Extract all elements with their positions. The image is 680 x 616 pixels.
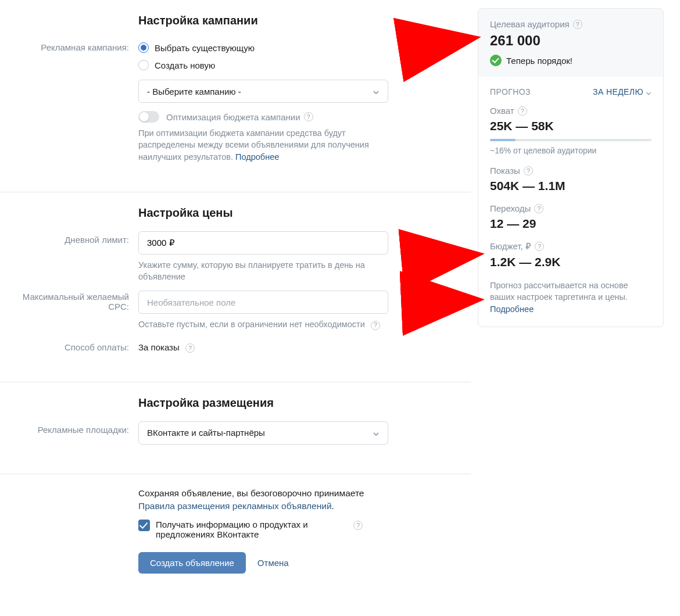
payment-method-value: За показы xyxy=(138,342,180,352)
chevron-down-icon xyxy=(646,89,652,95)
help-icon[interactable]: ? xyxy=(534,204,543,213)
reach-label: Охват xyxy=(490,106,514,116)
placement-label: Рекламные площадки: xyxy=(0,421,138,435)
chevron-down-icon xyxy=(373,429,380,436)
check-icon xyxy=(490,55,502,66)
reach-bar xyxy=(490,139,652,141)
daily-limit-label: Дневной лимит: xyxy=(0,231,138,245)
daily-limit-hint: Укажите сумму, которую вы планируете тра… xyxy=(138,259,394,283)
help-icon[interactable]: ? xyxy=(371,321,380,330)
payment-method-label: Способ оплаты: xyxy=(0,339,138,352)
help-icon[interactable]: ? xyxy=(185,343,195,353)
cpc-input[interactable] xyxy=(138,291,388,314)
radio-new-campaign[interactable]: Создать новую xyxy=(138,56,401,74)
radio-icon xyxy=(138,60,149,70)
radio-icon xyxy=(138,42,149,53)
cpc-hint: Оставьте пустым, если в ограничении нет … xyxy=(138,318,394,330)
price-heading: Настройка цены xyxy=(138,206,401,220)
forecast-heading: ПРОГНОЗ xyxy=(490,87,531,96)
impressions-label: Показы xyxy=(490,166,520,176)
audience-label: Целевая аудитория xyxy=(490,19,570,29)
select-value: ВКонтакте и сайты-партнёры xyxy=(147,428,265,438)
daily-limit-input[interactable] xyxy=(138,231,388,255)
help-icon[interactable]: ? xyxy=(353,521,363,530)
learn-more-link[interactable]: Подробнее xyxy=(235,152,279,162)
cancel-button[interactable]: Отмена xyxy=(257,558,289,568)
placement-heading: Настройка размещения xyxy=(138,396,401,410)
period-select[interactable]: ЗА НЕДЕЛЮ xyxy=(593,87,652,96)
checkbox-label: Получать информацию о продуктах и предло… xyxy=(156,520,348,539)
forecast-more-link[interactable]: Подробнее xyxy=(490,305,534,314)
subscribe-checkbox[interactable] xyxy=(138,520,150,531)
help-icon[interactable]: ? xyxy=(524,166,533,176)
clicks-value: 12 — 29 xyxy=(490,217,652,231)
audience-value: 261 000 xyxy=(490,33,652,49)
radio-label: Создать новую xyxy=(155,60,215,70)
terms-intro: Сохраняя объявление, вы безоговорочно пр… xyxy=(138,488,401,499)
clicks-label: Переходы xyxy=(490,203,531,213)
campaign-heading: Настройка кампании xyxy=(138,14,401,27)
cpc-label: Максимальный желаемый CPC: xyxy=(0,291,138,311)
radio-existing-campaign[interactable]: Выбрать существующую xyxy=(138,39,401,56)
terms-link[interactable]: Правила размещения рекламных объявлений xyxy=(138,501,332,511)
budget-value: 1.2K — 2.9K xyxy=(490,255,652,269)
help-icon[interactable]: ? xyxy=(573,20,582,29)
campaign-select[interactable]: - Выберите кампанию - xyxy=(138,80,388,103)
chevron-down-icon xyxy=(373,88,380,95)
budget-optimization-toggle[interactable] xyxy=(138,111,159,123)
forecast-note: Прогноз рассчитывается на основе ваших н… xyxy=(490,280,652,315)
reach-sub: ~16% от целевой аудитории xyxy=(490,146,652,155)
help-icon[interactable]: ? xyxy=(304,112,313,121)
campaign-label: Рекламная кампания: xyxy=(0,39,138,52)
reach-value: 25K — 58K xyxy=(490,119,652,133)
impressions-value: 504K — 1.1M xyxy=(490,179,652,193)
create-ad-button[interactable]: Создать объявление xyxy=(138,552,246,574)
toggle-hint: При оптимизации бюджета кампании средств… xyxy=(138,127,394,163)
budget-label: Бюджет, ₽ xyxy=(490,241,531,252)
toggle-label: Оптимизация бюджета кампании xyxy=(166,112,300,122)
forecast-sidebar: Целевая аудитория ? 261 000 Теперь поряд… xyxy=(478,8,664,327)
help-icon[interactable]: ? xyxy=(518,106,527,116)
placement-select[interactable]: ВКонтакте и сайты-партнёры xyxy=(138,421,388,445)
status-text: Теперь порядок! xyxy=(506,56,572,66)
help-icon[interactable]: ? xyxy=(535,242,544,251)
radio-label: Выбрать существующую xyxy=(155,43,255,53)
select-value: - Выберите кампанию - xyxy=(147,87,241,96)
